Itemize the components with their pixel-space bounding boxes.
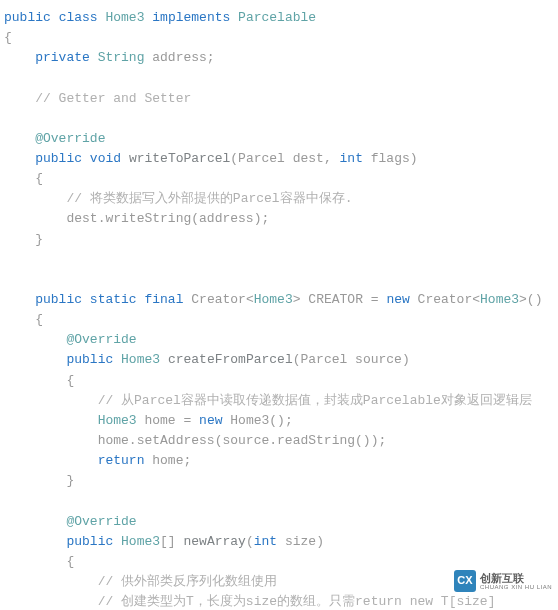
kw-public: public <box>66 534 113 549</box>
brace: { <box>66 373 74 388</box>
method-newArray: newArray <box>183 534 245 549</box>
param-flags: flags) <box>371 151 418 166</box>
watermark-text: 创新互联 CHUANG XIN HU LIAN <box>480 573 552 590</box>
type-home3: Home3 <box>121 352 160 367</box>
ret-home: home; <box>152 453 191 468</box>
comment-array1: // 供外部类反序列化数组使用 <box>98 574 277 589</box>
kw-implements: implements <box>152 10 230 25</box>
params: (Parcel dest, <box>230 151 331 166</box>
type-creator: Creator< <box>191 292 253 307</box>
arr: [] <box>160 534 176 549</box>
comment-read: // 从Parcel容器中读取传递数据值，封装成Parcelable对象返回逻辑… <box>98 393 532 408</box>
comment-write: // 将类数据写入外部提供的Parcel容器中保存. <box>66 191 352 206</box>
type-string: String <box>98 50 145 65</box>
watermark-icon: CX <box>454 570 476 592</box>
stmt-writeString: dest.writeString(address); <box>66 211 269 226</box>
class-name: Home3 <box>105 10 144 25</box>
kw-public: public <box>35 292 82 307</box>
kw-static: static <box>90 292 137 307</box>
comment-array2: // 创建类型为T，长度为size的数组。只需return new T[size… <box>98 594 496 609</box>
watermark-py: CHUANG XIN HU LIAN <box>480 584 552 590</box>
type-home3: Home3 <box>121 534 160 549</box>
kw-return: return <box>98 453 145 468</box>
kw-private: private <box>35 50 90 65</box>
brace: { <box>66 554 74 569</box>
annotation-override: @Override <box>66 514 136 529</box>
type-home3: Home3 <box>254 292 293 307</box>
type-home3: Home3 <box>480 292 519 307</box>
iface-name: Parcelable <box>238 10 316 25</box>
comment-getter-setter: // Getter and Setter <box>35 91 191 106</box>
brace: } <box>66 473 74 488</box>
type-home3: Home3 <box>98 413 137 428</box>
var-creator: CREATOR = <box>308 292 378 307</box>
gt: >() <box>519 292 542 307</box>
kw-public: public <box>4 10 51 25</box>
ctor-home3: Home3(); <box>230 413 292 428</box>
annotation-override: @Override <box>66 332 136 347</box>
code-block: public class Home3 implements Parcelable… <box>0 0 558 610</box>
brace: { <box>35 312 43 327</box>
watermark: CX 创新互联 CHUANG XIN HU LIAN <box>454 570 552 592</box>
kw-public: public <box>35 151 82 166</box>
kw-int: int <box>340 151 363 166</box>
field-address: address; <box>152 50 214 65</box>
kw-class: class <box>59 10 98 25</box>
kw-final: final <box>144 292 183 307</box>
brace: } <box>35 232 43 247</box>
annotation-override: @Override <box>35 131 105 146</box>
type-creator: Creator< <box>418 292 480 307</box>
gt: > <box>293 292 301 307</box>
kw-public: public <box>66 352 113 367</box>
watermark-zh: 创新互联 <box>480 573 552 584</box>
kw-void: void <box>90 151 121 166</box>
kw-int: int <box>254 534 277 549</box>
method-writeToParcel: writeToParcel <box>129 151 230 166</box>
param-size: size) <box>285 534 324 549</box>
stmt-setAddress: home.setAddress(source.readString()); <box>98 433 387 448</box>
kw-new: new <box>199 413 222 428</box>
method-createFromParcel: createFromParcel <box>168 352 293 367</box>
lp: ( <box>246 534 254 549</box>
brace: { <box>4 30 12 45</box>
params: (Parcel source) <box>293 352 410 367</box>
var-home: home = <box>144 413 191 428</box>
kw-new: new <box>386 292 409 307</box>
brace: { <box>35 171 43 186</box>
